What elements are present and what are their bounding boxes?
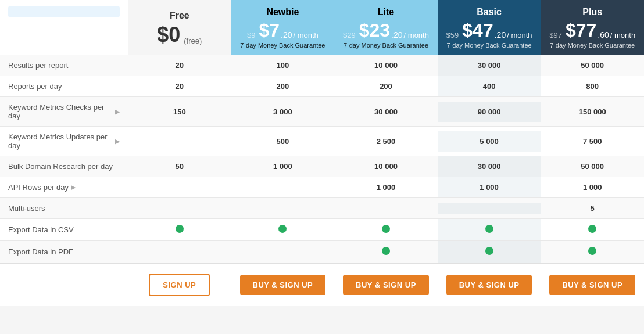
price-decimal-lite: .20 (391, 30, 402, 39)
feature-cell-5-4: 1 000 (541, 177, 644, 197)
feature-label-3: Keyword Metrics Updates per day▶ (0, 127, 128, 156)
feature-cell-0-3: 30 000 (438, 55, 541, 76)
info-icon-3[interactable]: ▶ (115, 138, 120, 145)
feature-row-8: Export Data in PDF (0, 241, 644, 263)
feature-cell-3-2: 2 500 (334, 131, 438, 152)
feature-label-text-4: Bulk Domain Research per day (8, 162, 113, 171)
feature-cell-0-2: 10 000 (334, 55, 438, 76)
feature-cell-8-4 (541, 241, 644, 263)
feature-label-7: Export Data in CSV (0, 220, 128, 240)
buy-signup-button-3[interactable]: BUY & SIGN UP (446, 275, 532, 295)
price-row-plus: $97$77.60/ month (549, 21, 635, 39)
buy-signup-button-4[interactable]: BUY & SIGN UP (549, 275, 635, 295)
price-decimal-plus: .60 (598, 30, 609, 39)
feature-label-text-0: Results per report (8, 61, 68, 70)
feature-label-6: Multi-users (0, 198, 128, 218)
checkmark-dot (382, 247, 390, 255)
info-icon-2[interactable]: ▶ (115, 108, 120, 116)
checkmark-dot (485, 247, 493, 255)
feature-cell-1-2: 200 (334, 76, 438, 96)
feature-label-text-8: Export Data in PDF (8, 247, 73, 256)
feature-cell-2-0: 150 (128, 102, 231, 122)
price-main-newbie: $7 (259, 21, 280, 39)
feature-cell-4-0: 50 (128, 156, 231, 177)
feature-row-6: Multi-users5 (0, 198, 644, 219)
feature-cell-0-0: 20 (128, 55, 231, 76)
feature-label-text-7: Export Data in CSV (8, 225, 74, 234)
signup-button[interactable]: SIGN UP (149, 274, 210, 296)
price-period-lite: / month (404, 31, 429, 39)
feature-cell-5-2: 1 000 (334, 177, 438, 197)
feature-cell-5-1 (231, 182, 335, 193)
price-old-lite: $29 (343, 31, 356, 39)
price-main-free: $0 (157, 24, 180, 45)
price-period-basic: / month (507, 31, 532, 39)
price-main-basic: $47 (462, 21, 493, 39)
price-old-newbie: $9 (247, 31, 255, 39)
feature-cell-4-2: 10 000 (334, 156, 438, 177)
feature-cell-6-3 (438, 203, 541, 214)
btn-cell-3: BUY & SIGN UP (438, 275, 541, 295)
buttons-row: SIGN UPBUY & SIGN UPBUY & SIGN UPBUY & S… (0, 263, 644, 306)
feature-cell-5-3: 1 000 (438, 177, 541, 197)
plan-name-free: Free (170, 10, 189, 21)
feature-row-0: Results per report2010010 00030 00050 00… (0, 55, 644, 76)
btn-cell-1: BUY & SIGN UP (231, 275, 335, 295)
price-main-plus: $77 (566, 21, 596, 39)
plan-header-basic: Basic$59$47.20/ month7-day Money Back Gu… (438, 0, 541, 55)
feature-cell-2-1: 3 000 (231, 102, 335, 122)
price-decimal-newbie: .20 (281, 30, 292, 39)
price-old-basic: $59 (446, 31, 459, 39)
feature-cell-3-3: 5 000 (438, 131, 541, 152)
plan-name-newbie: Newbie (266, 7, 299, 17)
feature-cell-6-0 (128, 203, 231, 214)
feature-cell-0-4: 50 000 (541, 55, 644, 76)
price-period-newbie: / month (293, 31, 318, 39)
feature-label-text-2: Keyword Metrics Checks per day (8, 103, 113, 120)
price-row-free: $0(free) (157, 24, 202, 45)
feature-cell-1-1: 200 (231, 76, 335, 96)
info-icon-5[interactable]: ▶ (71, 184, 76, 191)
feature-cell-2-4: 150 000 (541, 102, 644, 122)
feature-cell-7-2 (334, 219, 438, 240)
feature-cell-6-2 (334, 203, 438, 214)
btn-cell-0: SIGN UP (128, 274, 231, 296)
feature-cell-7-0 (128, 219, 231, 240)
feature-cell-3-4: 7 500 (541, 131, 644, 152)
plans-header: Free$0(free)Newbie$9$7.20/ month7-day Mo… (0, 0, 644, 55)
feature-label-4: Bulk Domain Research per day (0, 156, 128, 177)
feature-cell-4-4: 50 000 (541, 156, 644, 177)
feature-cell-8-3 (438, 241, 541, 263)
feature-cell-6-1 (231, 203, 335, 214)
feature-cell-4-3: 30 000 (438, 156, 541, 177)
feature-cell-8-1 (231, 246, 335, 258)
feature-cell-7-3 (438, 219, 541, 240)
price-period-free: (free) (184, 37, 202, 45)
price-row-lite: $29$23.20/ month (343, 21, 429, 39)
pricing-table: Free$0(free)Newbie$9$7.20/ month7-day Mo… (0, 0, 644, 306)
feature-row-5: API Rows per day▶1 0001 0001 000 (0, 177, 644, 198)
plan-header-free: Free$0(free) (128, 0, 231, 55)
feature-cell-1-0: 20 (128, 76, 231, 96)
btn-cell-4: BUY & SIGN UP (541, 275, 644, 295)
guarantee-basic: 7-day Money Back Guarantee (447, 42, 532, 49)
feature-row-4: Bulk Domain Research per day501 00010 00… (0, 156, 644, 177)
feature-cell-4-1: 1 000 (231, 156, 335, 177)
feature-cell-2-3: 90 000 (438, 102, 541, 122)
buy-signup-button-1[interactable]: BUY & SIGN UP (240, 275, 326, 295)
feature-cell-8-2 (334, 241, 438, 263)
feature-cell-0-1: 100 (231, 55, 335, 76)
feature-label-2: Keyword Metrics Checks per day▶ (0, 97, 128, 126)
checkmark-dot (588, 247, 596, 255)
feature-cell-6-4: 5 (541, 198, 644, 218)
buy-signup-button-2[interactable]: BUY & SIGN UP (343, 275, 429, 295)
plan-header-newbie: Newbie$9$7.20/ month7-day Money Back Gua… (231, 0, 335, 55)
feature-label-text-5: API Rows per day (8, 183, 69, 192)
guarantee-lite: 7-day Money Back Guarantee (344, 42, 428, 49)
plan-header-lite: Lite$29$23.20/ month7-day Money Back Gua… (334, 0, 438, 55)
btn-cell-2: BUY & SIGN UP (334, 275, 438, 295)
feature-label-8: Export Data in PDF (0, 242, 128, 262)
feature-row-2: Keyword Metrics Checks per day▶1503 0003… (0, 97, 644, 127)
price-row-basic: $59$47.20/ month (446, 21, 532, 39)
price-decimal-basic: .20 (495, 30, 506, 39)
